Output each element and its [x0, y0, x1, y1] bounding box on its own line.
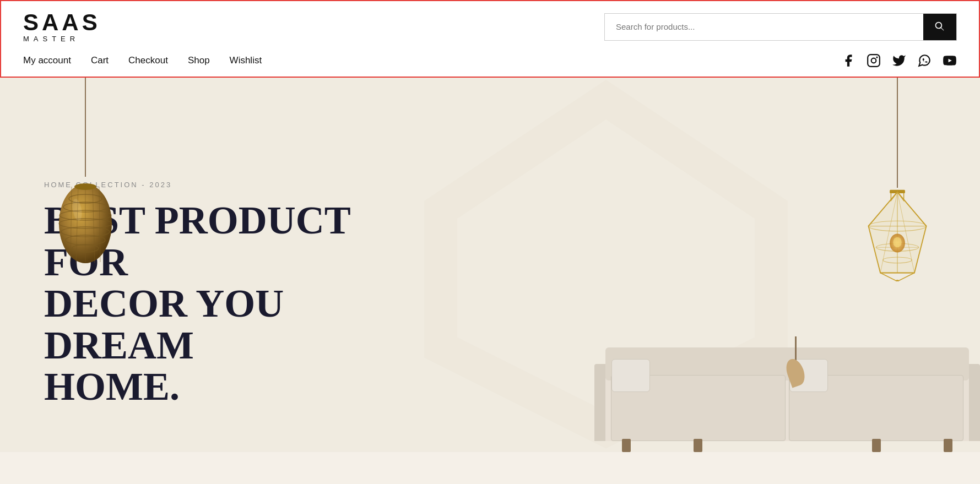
- facebook-icon[interactable]: [841, 53, 856, 68]
- social-icons: [841, 53, 957, 68]
- svg-point-39: [896, 280, 899, 281]
- nav-links: My account Cart Checkout Shop Wishlist: [23, 55, 262, 66]
- sofa-cushion-left: [611, 375, 786, 441]
- instagram-icon[interactable]: [867, 53, 881, 68]
- nav-item-shop[interactable]: Shop: [188, 55, 210, 66]
- lamp-left: [55, 78, 116, 267]
- nav-link-wishlist[interactable]: Wishlist: [230, 55, 262, 66]
- nav-link-cart[interactable]: Cart: [91, 55, 109, 66]
- svg-point-1: [871, 58, 876, 63]
- search-button[interactable]: [923, 14, 956, 40]
- nav-item-checkout[interactable]: Checkout: [128, 55, 168, 66]
- whatsapp-icon[interactable]: [917, 53, 932, 68]
- hero-section: HOME COLLECTION - 2023 BEST PRODUCT FOR …: [0, 78, 980, 452]
- lamp-wicker: [55, 177, 116, 265]
- lamp-string-right: [897, 78, 898, 188]
- logo[interactable]: SAAS MASTER: [23, 11, 101, 42]
- search-bar: [604, 13, 957, 41]
- lamp-diamond: [859, 188, 936, 281]
- svg-rect-0: [868, 55, 880, 67]
- nav-item-wishlist[interactable]: Wishlist: [230, 55, 262, 66]
- lamp-string-left: [85, 78, 86, 177]
- search-input[interactable]: [605, 14, 923, 39]
- svg-point-18: [74, 183, 96, 190]
- sofa-leg-4: [944, 439, 952, 452]
- search-icon: [934, 21, 945, 32]
- logo-master-text: MASTER: [23, 35, 101, 42]
- plant: [787, 336, 804, 386]
- svg-line-37: [880, 273, 897, 281]
- nav-link-checkout[interactable]: Checkout: [128, 55, 168, 66]
- pillow-1: [611, 359, 650, 392]
- nav-link-shop[interactable]: Shop: [188, 55, 210, 66]
- sofa-area: [594, 298, 980, 452]
- header-top: SAAS MASTER: [1, 1, 979, 48]
- lamp-right: [859, 78, 936, 281]
- svg-point-36: [893, 237, 901, 248]
- hero-title-line3: HOME.: [44, 365, 180, 409]
- nav-item-cart[interactable]: Cart: [91, 55, 109, 66]
- logo-saas-text: SAAS: [23, 11, 101, 34]
- sofa-leg-2: [694, 439, 702, 452]
- header: SAAS MASTER My account Cart Checkout: [0, 0, 980, 78]
- hero-title-line2: DECOR YOU DREAM: [44, 281, 284, 367]
- nav-item-my-account[interactable]: My account: [23, 55, 71, 66]
- twitter-icon[interactable]: [892, 53, 906, 68]
- sofa-leg-3: [872, 439, 881, 452]
- svg-line-38: [897, 273, 914, 281]
- nav-link-my-account[interactable]: My account: [23, 55, 71, 66]
- sofa-cushion-right: [789, 375, 963, 441]
- sofa-leg-1: [622, 439, 631, 452]
- svg-point-2: [876, 56, 878, 58]
- youtube-icon[interactable]: [943, 53, 957, 68]
- header-nav: My account Cart Checkout Shop Wishlist: [1, 48, 979, 77]
